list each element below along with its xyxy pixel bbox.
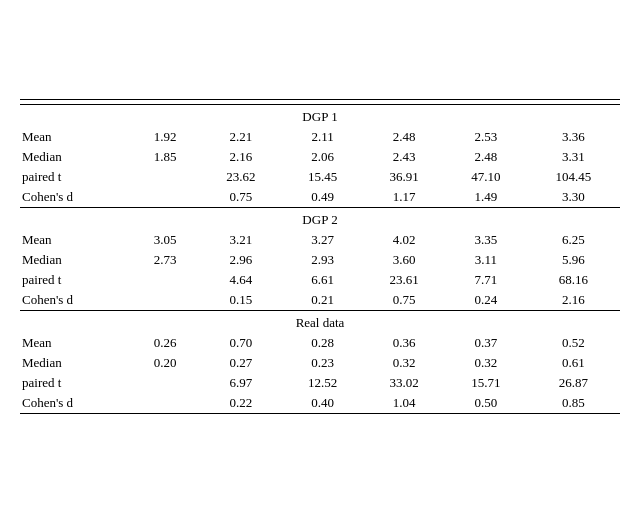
table-row: paired t6.9712.5233.0215.7126.87 <box>20 373 620 393</box>
table-row: Cohen's d0.150.210.750.242.16 <box>20 290 620 311</box>
cell-value: 3.36 <box>527 127 620 147</box>
cell-value: 7.71 <box>445 270 527 290</box>
cell-value: 3.05 <box>130 230 200 250</box>
cell-value: 33.02 <box>363 373 445 393</box>
cell-value: 2.73 <box>130 250 200 270</box>
cell-value: 0.70 <box>200 333 282 353</box>
row-label: Cohen's d <box>20 187 130 208</box>
cell-value: 2.48 <box>363 127 445 147</box>
row-label: Cohen's d <box>20 290 130 311</box>
cell-value: 0.20 <box>130 353 200 373</box>
cell-value <box>130 270 200 290</box>
cell-value: 47.10 <box>445 167 527 187</box>
cell-value: 0.36 <box>363 333 445 353</box>
section-header-2: Real data <box>20 310 620 333</box>
cell-value: 23.62 <box>200 167 282 187</box>
cell-value: 6.61 <box>282 270 364 290</box>
cell-value: 3.27 <box>282 230 364 250</box>
row-label: paired t <box>20 167 130 187</box>
cell-value: 3.35 <box>445 230 527 250</box>
cell-value: 6.97 <box>200 373 282 393</box>
cell-value: 0.85 <box>527 393 620 414</box>
cell-value: 3.30 <box>527 187 620 208</box>
cell-value: 0.15 <box>200 290 282 311</box>
cell-value: 0.32 <box>363 353 445 373</box>
table-row: Mean0.260.700.280.360.370.52 <box>20 333 620 353</box>
row-label: paired t <box>20 270 130 290</box>
row-label: Median <box>20 147 130 167</box>
cell-value: 2.16 <box>527 290 620 311</box>
cell-value <box>130 167 200 187</box>
section-title-2: Real data <box>20 310 620 333</box>
row-label: Median <box>20 250 130 270</box>
cell-value: 0.23 <box>282 353 364 373</box>
cell-value: 0.61 <box>527 353 620 373</box>
cell-value: 0.52 <box>527 333 620 353</box>
cell-value: 2.43 <box>363 147 445 167</box>
cell-value <box>130 393 200 414</box>
row-label: Mean <box>20 333 130 353</box>
cell-value: 104.45 <box>527 167 620 187</box>
row-label: Mean <box>20 127 130 147</box>
row-label: Mean <box>20 230 130 250</box>
cell-value: 2.16 <box>200 147 282 167</box>
table-row: Median1.852.162.062.432.483.31 <box>20 147 620 167</box>
cell-value: 0.24 <box>445 290 527 311</box>
table-body: DGP 1Mean1.922.212.112.482.533.36Median1… <box>20 104 620 413</box>
results-table: DGP 1Mean1.922.212.112.482.533.36Median1… <box>20 99 620 414</box>
cell-value: 23.61 <box>363 270 445 290</box>
cell-value: 0.37 <box>445 333 527 353</box>
cell-value: 2.11 <box>282 127 364 147</box>
cell-value: 3.31 <box>527 147 620 167</box>
cell-value: 15.71 <box>445 373 527 393</box>
cell-value: 15.45 <box>282 167 364 187</box>
row-label: Median <box>20 353 130 373</box>
cell-value: 0.50 <box>445 393 527 414</box>
cell-value: 2.06 <box>282 147 364 167</box>
table-row: Mean1.922.212.112.482.533.36 <box>20 127 620 147</box>
cell-value <box>130 373 200 393</box>
table-row: paired t4.646.6123.617.7168.16 <box>20 270 620 290</box>
row-label: Cohen's d <box>20 393 130 414</box>
cell-value: 0.75 <box>363 290 445 311</box>
cell-value: 0.22 <box>200 393 282 414</box>
cell-value: 1.17 <box>363 187 445 208</box>
table-row: Median2.732.962.933.603.115.96 <box>20 250 620 270</box>
row-label: paired t <box>20 373 130 393</box>
table-row: Cohen's d0.220.401.040.500.85 <box>20 393 620 414</box>
table-row: Median0.200.270.230.320.320.61 <box>20 353 620 373</box>
section-header-1: DGP 2 <box>20 207 620 230</box>
cell-value: 0.40 <box>282 393 364 414</box>
cell-value: 3.21 <box>200 230 282 250</box>
cell-value: 0.26 <box>130 333 200 353</box>
cell-value: 2.48 <box>445 147 527 167</box>
cell-value: 0.75 <box>200 187 282 208</box>
cell-value: 2.21 <box>200 127 282 147</box>
cell-value: 0.27 <box>200 353 282 373</box>
cell-value: 4.02 <box>363 230 445 250</box>
cell-value: 26.87 <box>527 373 620 393</box>
cell-value <box>130 187 200 208</box>
table-row: paired t23.6215.4536.9147.10104.45 <box>20 167 620 187</box>
cell-value: 68.16 <box>527 270 620 290</box>
cell-value: 3.60 <box>363 250 445 270</box>
cell-value: 0.28 <box>282 333 364 353</box>
cell-value: 0.32 <box>445 353 527 373</box>
section-title-0: DGP 1 <box>20 104 620 127</box>
cell-value: 0.49 <box>282 187 364 208</box>
table-row: Cohen's d0.750.491.171.493.30 <box>20 187 620 208</box>
cell-value: 1.49 <box>445 187 527 208</box>
cell-value: 12.52 <box>282 373 364 393</box>
cell-value <box>130 290 200 311</box>
cell-value: 1.04 <box>363 393 445 414</box>
cell-value: 2.96 <box>200 250 282 270</box>
cell-value: 6.25 <box>527 230 620 250</box>
table-row: Mean3.053.213.274.023.356.25 <box>20 230 620 250</box>
cell-value: 1.85 <box>130 147 200 167</box>
cell-value: 36.91 <box>363 167 445 187</box>
cell-value: 3.11 <box>445 250 527 270</box>
cell-value: 5.96 <box>527 250 620 270</box>
cell-value: 0.21 <box>282 290 364 311</box>
section-title-1: DGP 2 <box>20 207 620 230</box>
main-table-container: DGP 1Mean1.922.212.112.482.533.36Median1… <box>20 99 620 414</box>
